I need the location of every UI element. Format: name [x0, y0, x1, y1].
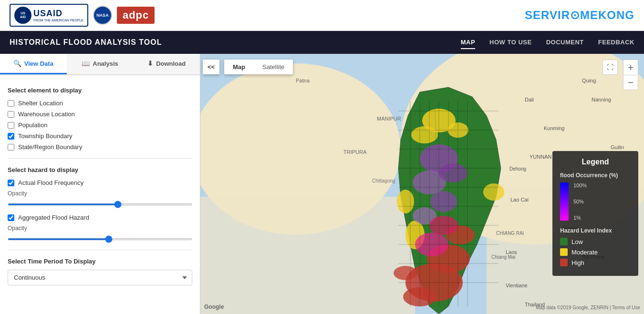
flood-occurrence-gradient — [560, 182, 569, 221]
aggregated-flood-opacity-container: Opacity — [8, 225, 192, 242]
svg-text:Lao Cai: Lao Cai — [510, 197, 529, 203]
zoom-out-button[interactable]: − — [623, 75, 638, 90]
svg-text:Quing: Quing — [582, 78, 596, 83]
element-section-title: Select element to display — [8, 87, 192, 94]
opacity-label-2: Opacity — [8, 225, 192, 232]
shelter-location-label[interactable]: Shelter Location — [18, 100, 63, 107]
fullscreen-icon: ⛶ — [607, 63, 613, 71]
tab-analysis[interactable]: 📖 Analysis — [67, 54, 134, 74]
google-watermark: Google — [204, 304, 224, 310]
nav-howto[interactable]: HOW TO USE — [489, 36, 532, 49]
warehouse-location-row: Warehouse Location — [8, 111, 192, 118]
divider-2 — [8, 250, 192, 250]
zoom-in-button[interactable]: + — [623, 60, 638, 75]
warehouse-location-checkbox[interactable] — [8, 111, 14, 118]
aggregated-flood-row: Aggregated Flood Hazard — [8, 214, 192, 221]
svg-text:Patna: Patna — [296, 78, 310, 83]
township-boundary-row: Township Boundary — [8, 132, 192, 140]
actual-flood-opacity-container: Opacity — [8, 190, 192, 207]
adpc-logo: adpc — [117, 7, 155, 24]
book-icon: 📖 — [82, 60, 90, 67]
usaid-sub: FROM THE AMERICAN PEOPLE — [33, 19, 83, 22]
nav-bar: HISTORICAL FLOOD ANALYSIS TOOL MAP HOW T… — [0, 31, 644, 54]
map-type-map-button[interactable]: Map — [224, 60, 254, 74]
pct-100-label: 100% — [573, 182, 587, 188]
svg-rect-3 — [200, 197, 415, 314]
logo-area: USAID USAID FROM THE AMERICAN PEOPLE NAS… — [10, 4, 155, 27]
pct-50-label: 50% — [573, 199, 587, 204]
fullscreen-button[interactable]: ⛶ — [602, 60, 618, 75]
actual-flood-opacity-slider[interactable] — [8, 203, 192, 205]
pct-1-label: 1% — [573, 215, 587, 221]
actual-flood-label[interactable]: Actual Flood Frequency — [18, 179, 83, 186]
panel-content: Select element to display Shelter Locati… — [0, 75, 200, 293]
time-period-dropdown[interactable]: Continuous Annual Monthly — [8, 270, 192, 285]
divider-1 — [8, 158, 192, 159]
state-region-boundary-label[interactable]: State/Region Boundary — [18, 143, 82, 151]
township-boundary-label[interactable]: Township Boundary — [18, 132, 72, 140]
svg-text:Vientiane: Vientiane — [506, 283, 528, 288]
aggregated-flood-opacity-slider[interactable] — [8, 238, 192, 240]
legend-moderate-label: Moderate — [571, 249, 598, 256]
flood-occurrence-gradient-row: 100% 50% 1% — [560, 182, 631, 221]
download-icon: ⬇ — [147, 60, 153, 67]
main-area: 🔍 View Data 📖 Analysis ⬇ Download Select… — [0, 54, 644, 314]
svg-text:Nanning: Nanning — [592, 97, 611, 102]
legend-panel: Legend flood Occurrence (%) 100% 50% 1% … — [552, 151, 638, 276]
legend-high-label: High — [571, 259, 584, 266]
shelter-location-row: Shelter Location — [8, 100, 192, 107]
map-type-satellite-button[interactable]: Satellite — [254, 60, 293, 74]
legend-high-row: High — [560, 259, 631, 266]
nav-feedback[interactable]: FEEDBACK — [598, 36, 634, 49]
collapse-panel-button[interactable]: << — [203, 60, 219, 74]
population-checkbox[interactable] — [8, 122, 14, 129]
left-panel: 🔍 View Data 📖 Analysis ⬇ Download Select… — [0, 54, 200, 314]
svg-text:Dali: Dali — [525, 97, 534, 102]
svg-point-18 — [439, 163, 467, 182]
aggregated-flood-checkbox[interactable] — [8, 214, 14, 221]
svg-text:CHIANG RAI: CHIANG RAI — [496, 231, 524, 236]
svg-text:Chittagong: Chittagong — [372, 178, 395, 183]
svg-text:TRIPURA: TRIPURA — [343, 149, 367, 155]
svg-point-15 — [483, 183, 504, 201]
time-period-title: Select Time Period To Display — [8, 258, 192, 265]
svg-text:YUNNAN: YUNNAN — [530, 154, 552, 160]
svg-point-14 — [397, 190, 414, 213]
servir-mekong-logo: SERVIR⊙MEKONG — [525, 9, 634, 22]
legend-low-label: Low — [571, 238, 583, 245]
zoom-controls: + − — [623, 60, 638, 90]
usaid-logo: USAID USAID FROM THE AMERICAN PEOPLE — [10, 4, 88, 27]
nav-map[interactable]: MAP — [461, 36, 475, 49]
usaid-label: USAID — [33, 9, 83, 19]
actual-flood-row: Actual Flood Frequency — [8, 179, 192, 186]
legend-high-color — [560, 259, 568, 266]
svg-point-9 — [394, 266, 417, 280]
svg-text:Chiang Mai: Chiang Mai — [491, 254, 516, 260]
legend-moderate-row: Moderate — [560, 248, 631, 256]
nasa-logo: NASA — [93, 6, 112, 25]
tab-download[interactable]: ⬇ Download — [133, 54, 200, 74]
opacity-label-1: Opacity — [8, 190, 192, 197]
aggregated-flood-label[interactable]: Aggregated Flood Hazard — [18, 214, 89, 221]
state-region-boundary-row: State/Region Boundary — [8, 143, 192, 151]
actual-flood-checkbox[interactable] — [8, 180, 14, 186]
flood-occurrence-label: flood Occurrence (%) — [560, 172, 631, 179]
hazard-index-label: Hazard Level Index — [560, 227, 631, 234]
tab-bar: 🔍 View Data 📖 Analysis ⬇ Download — [0, 54, 200, 75]
tab-view-data[interactable]: 🔍 View Data — [0, 54, 67, 74]
hazard-section-title: Select hazard to display — [8, 166, 192, 173]
state-region-boundary-checkbox[interactable] — [8, 144, 14, 151]
population-label[interactable]: Population — [18, 122, 47, 129]
map-area[interactable]: Patna MANIPUR TRIPURA Chittagong Dali Ku… — [200, 54, 644, 314]
svg-text:Dehong: Dehong — [509, 166, 526, 172]
population-row: Population — [8, 122, 192, 129]
legend-title: Legend — [560, 158, 631, 166]
township-boundary-checkbox[interactable] — [8, 133, 14, 140]
warehouse-location-label[interactable]: Warehouse Location — [18, 111, 75, 118]
svg-text:MANIPUR: MANIPUR — [377, 116, 401, 122]
shelter-location-checkbox[interactable] — [8, 100, 14, 107]
svg-text:Kunming: Kunming — [544, 125, 564, 131]
search-icon: 🔍 — [13, 60, 21, 67]
nav-document[interactable]: DOCUMENT — [546, 36, 584, 49]
map-attribution: Map data ©2019 Google, ZENRIN | Terms of… — [536, 305, 640, 310]
